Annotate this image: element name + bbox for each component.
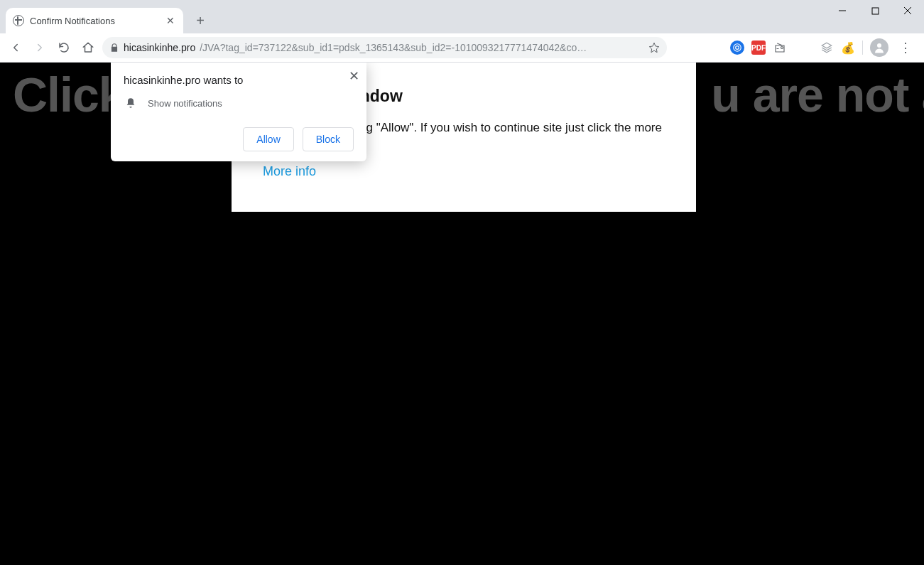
window-maximize-button[interactable]	[859, 0, 891, 21]
page-viewport: Click u are not a close this window e cl…	[0, 63, 924, 565]
popup-permission-label: Show notifications	[148, 98, 222, 109]
bookmark-star-icon[interactable]	[648, 42, 660, 53]
notification-permission-popup: ✕ hicasinkinhe.pro wants to Show notific…	[111, 63, 366, 161]
browser-tab[interactable]: Confirm Notifications ✕	[6, 8, 183, 33]
svg-point-6	[877, 43, 881, 48]
address-bar[interactable]: hicasinkinhe.pro /JVA?tag_id=737122&sub_…	[102, 37, 667, 58]
bell-icon	[125, 97, 136, 109]
tab-strip: Confirm Notifications ✕ +	[0, 0, 924, 33]
svg-point-4	[734, 44, 741, 52]
tab-title: Confirm Notifications	[30, 16, 159, 26]
background-heading-right: u are not a	[711, 68, 924, 122]
browser-toolbar: hicasinkinhe.pro /JVA?tag_id=737122&sub_…	[0, 33, 924, 63]
background-heading-left: Click	[13, 68, 125, 122]
popup-actions: Allow Block	[124, 127, 354, 151]
allow-button[interactable]: Allow	[243, 127, 293, 151]
extension-pdf-icon[interactable]: PDF	[751, 41, 766, 55]
url-path: /JVA?tag_id=737122&sub_id1=pdsk_1365143&…	[200, 42, 644, 53]
url-host: hicasinkinhe.pro	[124, 42, 195, 53]
svg-rect-1	[872, 8, 879, 14]
browser-menu-button[interactable]: ⋮	[896, 38, 915, 58]
block-button[interactable]: Block	[303, 127, 354, 151]
window-minimize-button[interactable]	[826, 0, 859, 21]
new-tab-button[interactable]: +	[190, 11, 210, 31]
globe-icon	[13, 15, 24, 26]
lock-icon	[109, 43, 119, 53]
extension-layers-icon[interactable]	[820, 41, 834, 55]
extension-moneybag-icon[interactable]: 💰	[841, 41, 855, 55]
extension-spiral-icon[interactable]	[730, 41, 744, 55]
svg-point-5	[736, 46, 739, 50]
forward-button[interactable]	[30, 38, 50, 58]
toolbar-divider	[862, 41, 863, 55]
toolbar-right: PDF 💰 ⋮	[730, 38, 918, 58]
profile-avatar-button[interactable]	[870, 38, 888, 57]
more-info-link[interactable]: More info	[263, 164, 316, 179]
window-close-button[interactable]	[891, 0, 924, 21]
reload-button[interactable]	[54, 38, 74, 58]
popup-permission-row: Show notifications	[124, 97, 354, 109]
back-button[interactable]	[6, 38, 26, 58]
tab-close-button[interactable]: ✕	[165, 15, 176, 26]
popup-close-button[interactable]: ✕	[349, 68, 359, 84]
popup-title: hicasinkinhe.pro wants to	[124, 74, 354, 86]
home-button[interactable]	[78, 38, 98, 58]
extension-radio-icon[interactable]	[773, 41, 787, 55]
